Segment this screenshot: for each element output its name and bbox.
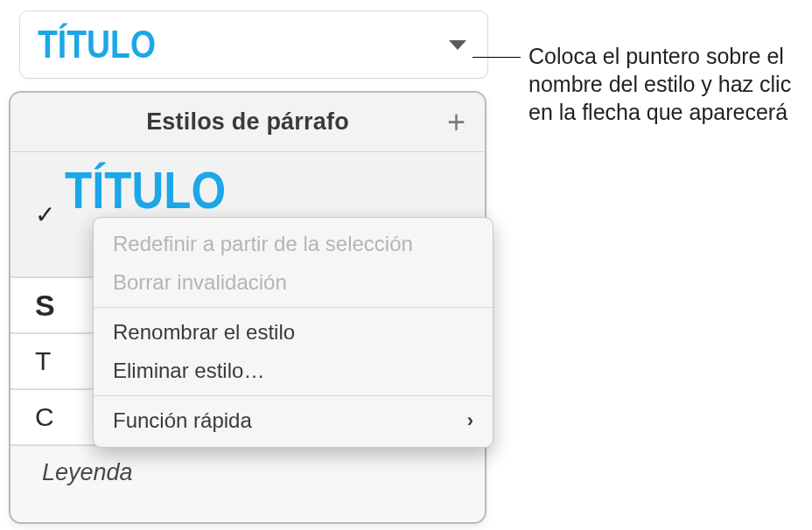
checkmark-icon: ✓ [35,200,65,229]
menu-clear-override: Borrar invalidación [94,263,493,302]
style-selector-label: Título [38,23,156,66]
style-row-label: C [35,402,54,432]
menu-item-label: Renombrar el estilo [113,320,295,345]
menu-divider [94,307,493,308]
style-row-label: S [35,289,55,323]
popover-title: Estilos de párrafo [146,108,349,136]
add-style-button[interactable]: + [447,107,466,138]
style-context-menu: Redefinir a partir de la selección Borra… [93,217,494,448]
style-row-label: Leyenda [35,459,133,486]
menu-item-label: Eliminar estilo… [113,359,264,383]
callout-leader-line [472,57,521,58]
menu-delete-style[interactable]: Eliminar estilo… [94,352,493,390]
menu-shortcut[interactable]: Función rápida › [94,401,493,440]
menu-divider [94,395,493,396]
popover-header: Estilos de párrafo + [10,93,485,152]
menu-item-label: Borrar invalidación [113,270,287,295]
menu-redefine-from-selection: Redefinir a partir de la selección [94,225,493,263]
callout-text: Coloca el puntero sobre el nombre del es… [528,42,800,126]
menu-item-label: Función rápida [113,408,252,433]
menu-item-label: Redefinir a partir de la selección [113,232,413,256]
chevron-right-icon: › [467,409,473,432]
chevron-down-icon[interactable] [449,40,466,50]
style-selector-button[interactable]: Título [19,10,488,79]
style-row-label: Título [65,160,226,220]
menu-rename-style[interactable]: Renombrar el estilo [94,313,493,352]
style-row-caption[interactable]: Leyenda [10,446,485,499]
style-row-label: T [35,346,51,376]
